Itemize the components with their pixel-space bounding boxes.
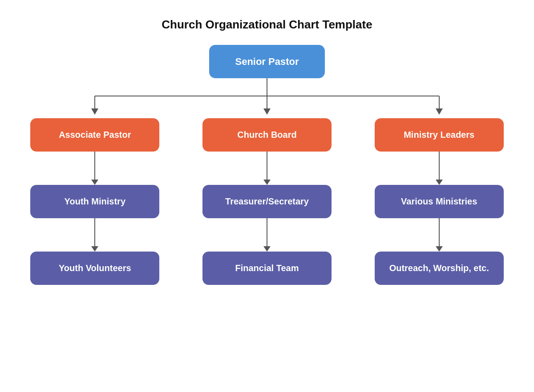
branch-left: Associate Pastor Youth Ministry Youth Vo…: [9, 118, 181, 285]
node-youth-volunteers: Youth Volunteers: [30, 252, 159, 285]
arrowhead: [263, 246, 271, 252]
node-financial-team: Financial Team: [202, 252, 332, 285]
connector-svg: [9, 78, 525, 118]
vline: [94, 218, 95, 246]
arrow-to-youth-volunteers: [91, 218, 98, 252]
node-various-ministries: Various Ministries: [375, 185, 504, 218]
branch-connector: [9, 78, 525, 118]
branch-right: Ministry Leaders Various Ministries Outr…: [353, 118, 525, 285]
node-associate-pastor: Associate Pastor: [30, 118, 159, 152]
node-youth-ministry: Youth Ministry: [30, 185, 159, 218]
chart-title: Church Organizational Chart Template: [9, 18, 525, 32]
vline: [267, 218, 267, 246]
arrowhead: [91, 180, 98, 185]
arrowhead: [263, 180, 271, 185]
arrowhead: [436, 180, 443, 185]
vline: [267, 152, 267, 180]
vline: [94, 152, 95, 180]
vline: [439, 218, 440, 246]
node-treasurer-secretary: Treasurer/Secretary: [202, 185, 332, 218]
vline: [439, 152, 440, 180]
node-church-board: Church Board: [202, 118, 332, 152]
chart-container: Church Organizational Chart Template Sen…: [9, 9, 525, 294]
arrow-to-outreach: [436, 218, 443, 252]
arrow-to-various-ministries: [436, 152, 443, 185]
branch-center: Church Board Treasurer/Secretary Financi…: [181, 118, 353, 285]
node-ministry-leaders: Ministry Leaders: [375, 118, 504, 152]
svg-marker-5: [263, 108, 271, 115]
svg-marker-7: [436, 108, 443, 115]
arrow-to-youth-ministry: [91, 152, 98, 185]
level-2: Associate Pastor Youth Ministry Youth Vo…: [9, 118, 525, 285]
svg-marker-3: [91, 108, 98, 115]
arrowhead: [91, 246, 98, 252]
level-1: Senior Pastor: [9, 45, 525, 78]
arrow-to-treasurer: [263, 152, 271, 185]
node-senior-pastor: Senior Pastor: [209, 45, 325, 78]
arrowhead: [436, 246, 443, 252]
node-outreach-worship: Outreach, Worship, etc.: [375, 252, 504, 285]
arrow-to-financial-team: [263, 218, 271, 252]
